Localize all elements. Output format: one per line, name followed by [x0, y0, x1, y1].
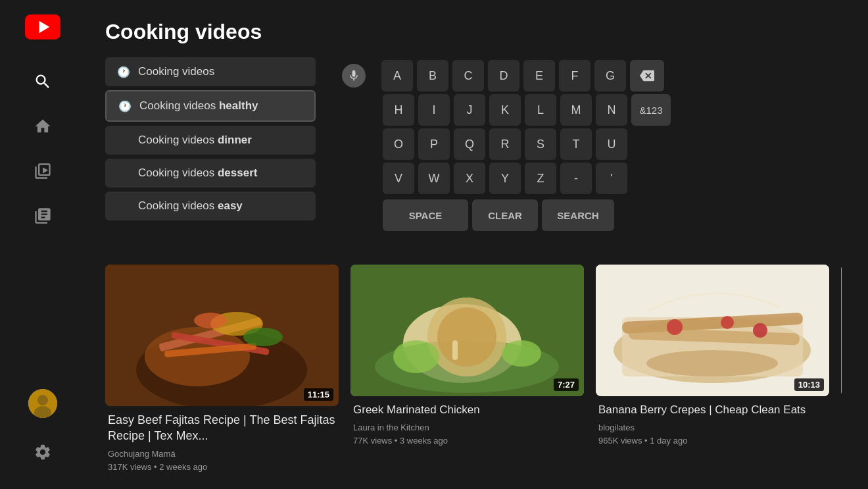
video-views-3: 965K views: [598, 436, 642, 446]
search-button[interactable]: SEARCH: [542, 199, 614, 231]
key-v[interactable]: V: [383, 163, 414, 194]
key-f[interactable]: F: [559, 60, 591, 91]
video-duration-1: 11:15: [304, 388, 333, 401]
video-card-3[interactable]: 10:13 Banana Berry Crepes | Cheap Clean …: [596, 265, 829, 476]
settings-icon: [34, 443, 52, 461]
mic-icon: [342, 64, 366, 88]
video-duration-3: 10:13: [794, 378, 824, 391]
key-y[interactable]: Y: [489, 163, 521, 194]
video-title-3: Banana Berry Crepes | Cheap Clean Eats: [598, 403, 827, 417]
key-g[interactable]: G: [594, 60, 626, 91]
svg-point-3: [37, 395, 48, 405]
video-info-2: Greek Marinated Chicken Laura in the Kit…: [350, 396, 584, 450]
video-title-2: Greek Marinated Chicken: [353, 403, 581, 417]
key-w[interactable]: W: [418, 163, 450, 194]
key-z[interactable]: Z: [525, 163, 556, 194]
keyboard: A B C D E F G H I J K L M: [335, 57, 842, 251]
svg-rect-32: [841, 265, 842, 396]
suggestion-text-3: Cooking videos dinner: [138, 134, 252, 147]
suggestions-list: 🕐 Cooking videos 🕐 Cooking videos health…: [105, 57, 316, 251]
sidebar-item-search[interactable]: [0, 61, 85, 103]
key-s[interactable]: S: [525, 128, 556, 160]
key-apostrophe[interactable]: ': [596, 163, 627, 194]
library-icon: [34, 207, 52, 225]
video-duration-2: 7:27: [554, 378, 579, 391]
key-t[interactable]: T: [560, 128, 592, 160]
video-thumbnail-3: 10:13: [596, 265, 829, 396]
history-icon-1: 🕐: [117, 66, 130, 78]
svg-point-19: [393, 340, 439, 373]
key-c[interactable]: C: [452, 60, 484, 91]
video-title-1: Easy Beef Fajitas Recipe | The Best Faji…: [108, 413, 336, 444]
key-x[interactable]: X: [454, 163, 485, 194]
avatar[interactable]: [28, 389, 57, 418]
key-h[interactable]: H: [383, 94, 414, 126]
home-icon: [34, 117, 52, 136]
key-l[interactable]: L: [525, 94, 556, 126]
suggestion-item-5[interactable]: 🕐 Cooking videos easy: [105, 192, 316, 220]
video-meta-2: Laura in the Kitchen 77K views • 3 weeks…: [353, 421, 581, 447]
key-d[interactable]: D: [488, 60, 519, 91]
subscriptions-icon: [34, 162, 52, 180]
svg-point-31: [646, 350, 778, 376]
key-u[interactable]: U: [596, 128, 627, 160]
avatar-image: [28, 389, 57, 418]
video-meta-1: Gochujang Mamá 317K views • 2 weeks ago: [108, 448, 336, 473]
key-m[interactable]: M: [560, 94, 592, 126]
suggestion-text-4: Cooking videos dessert: [138, 167, 257, 180]
video-card-4[interactable]: [841, 265, 842, 476]
mic-button[interactable]: [335, 60, 372, 91]
video-thumbnail-2: 7:27: [350, 265, 584, 396]
video-card-1[interactable]: 11:15 Easy Beef Fajitas Recipe | The Bes…: [105, 265, 339, 476]
svg-rect-22: [452, 340, 458, 360]
key-e[interactable]: E: [523, 60, 555, 91]
video-info-1: Easy Beef Fajitas Recipe | The Best Faji…: [105, 406, 339, 476]
page-title: Cooking videos: [105, 20, 842, 44]
key-r[interactable]: R: [489, 128, 521, 160]
videos-row: 11:15 Easy Beef Fajitas Recipe | The Bes…: [105, 265, 842, 476]
svg-point-29: [721, 316, 734, 329]
keyboard-row-2: H I J K L M N &123: [335, 94, 842, 126]
video-card-2[interactable]: 7:27 Greek Marinated Chicken Laura in th…: [350, 265, 584, 476]
svg-point-20: [502, 340, 541, 367]
suggestion-text-5: Cooking videos easy: [138, 199, 243, 213]
key-b[interactable]: B: [417, 60, 448, 91]
history-icon-2: 🕐: [118, 100, 132, 113]
videos-section: 11:15 Easy Beef Fajitas Recipe | The Bes…: [105, 265, 842, 476]
sidebar-item-home[interactable]: [0, 105, 85, 147]
video-channel-1: Gochujang Mamá: [108, 449, 176, 459]
key-p[interactable]: P: [418, 128, 450, 160]
sidebar-item-subscriptions[interactable]: [0, 150, 85, 192]
youtube-logo[interactable]: [23, 13, 62, 41]
key-o[interactable]: O: [383, 128, 414, 160]
symbols-button[interactable]: &123: [631, 94, 671, 126]
video-thumbnail-4: [841, 265, 842, 396]
key-i[interactable]: I: [418, 94, 450, 126]
sidebar-item-library[interactable]: [0, 195, 85, 237]
video-thumbnail-1: 11:15: [105, 265, 339, 406]
key-q[interactable]: Q: [454, 128, 485, 160]
space-button[interactable]: SPACE: [383, 199, 468, 231]
clear-button[interactable]: CLEAR: [472, 199, 538, 231]
sidebar-item-settings[interactable]: [0, 431, 85, 473]
svg-point-13: [194, 313, 227, 328]
video-views-2: 77K views: [353, 436, 392, 446]
key-n[interactable]: N: [596, 94, 627, 126]
suggestion-text-2: Cooking videos healthy: [139, 99, 258, 113]
suggestion-item-1[interactable]: 🕐 Cooking videos: [105, 57, 316, 86]
suggestion-item-2[interactable]: 🕐 Cooking videos healthy: [105, 90, 316, 122]
keyboard-row-1: A B C D E F G: [335, 60, 842, 91]
backspace-button[interactable]: [630, 60, 664, 91]
video-age-3: 1 day ago: [650, 436, 687, 446]
suggestion-item-4[interactable]: 🕐 Cooking videos dessert: [105, 159, 316, 188]
svg-point-30: [753, 323, 767, 338]
video-views-1: 317K views: [108, 462, 151, 472]
main-content: Cooking videos 🕐 Cooking videos 🕐 Cookin…: [85, 0, 868, 489]
key-dash[interactable]: -: [560, 163, 592, 194]
suggestion-item-3[interactable]: 🕐 Cooking videos dinner: [105, 126, 316, 155]
video-meta-3: blogilates 965K views • 1 day ago: [598, 421, 827, 447]
key-k[interactable]: K: [489, 94, 521, 126]
key-a[interactable]: A: [381, 60, 413, 91]
key-j[interactable]: J: [454, 94, 485, 126]
video-channel-3: blogilates: [598, 423, 635, 432]
